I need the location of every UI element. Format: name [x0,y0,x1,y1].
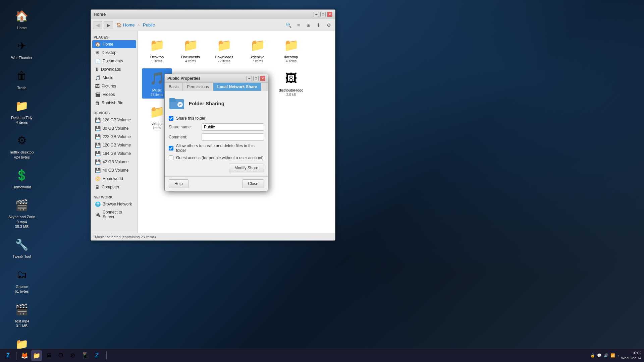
download-button[interactable]: ⬇ [314,21,323,29]
desktop-icon-desktop-tidy[interactable]: 📁 Desktop Tidy4 items [7,97,37,126]
svg-text:⇌: ⇌ [179,103,181,107]
file-item-downloads[interactable]: 📁 Downloads 22 items [209,35,239,65]
dialog-maximize-button[interactable]: □ [253,76,259,81]
tab-basic[interactable]: Basic [165,83,183,91]
tray-icon-1[interactable]: 🔒 [590,353,595,358]
share-name-input[interactable] [202,123,264,131]
tray-icon-update[interactable]: ↑ [617,354,619,358]
files-taskbar-btn[interactable]: 📁 [31,350,42,361]
forward-button[interactable]: ▶ [104,21,113,29]
terminal-taskbar-btn[interactable]: 🖥 [43,350,54,361]
maximize-button[interactable]: □ [320,12,326,17]
settings-taskbar-btn[interactable]: ⚙ [67,350,78,361]
tab-permissions[interactable]: Permissions [183,83,213,91]
firefox-taskbar-btn[interactable]: 🦊 [19,350,30,361]
gnome-label: Gnome61 bytes [15,284,29,294]
videos-file-icon: 📁 [149,104,165,120]
sidebar-item-rubbish[interactable]: 🗑 Rubbish Bin [92,99,136,107]
desktop-icon-war-thunder[interactable]: ✈ War Thunder [7,37,37,61]
desktop-icon-tweak[interactable]: 🔧 Tweak Tool [7,235,37,260]
breadcrumb-home[interactable]: 🏠 Home [114,22,137,28]
trash-label: Trash [17,85,26,90]
list-view-button[interactable]: ≡ [294,21,303,29]
test-mp4-label: Test.mp43.1 MB [14,319,30,328]
sidebar-documents-label: Documents [103,59,123,63]
sidebar-item-connect-server[interactable]: 🔌 Connect to Server [92,208,136,221]
opera-taskbar-btn[interactable]: O [55,350,66,361]
homeworld-device-icon: 📀 [95,176,101,181]
sidebar-item-browse-network[interactable]: 🌐 Browse Network [92,200,136,208]
desktop-tidy-icon: 📁 [14,98,30,114]
guest-access-label[interactable]: Guest access (for people without a user … [176,156,264,160]
search-button[interactable]: 🔍 [284,21,293,29]
back-button[interactable]: ◀ [93,21,102,29]
sidebar-item-desktop[interactable]: 🖥 Desktop [92,49,136,57]
connect-server-label: Connect to Server [103,210,133,219]
help-button[interactable]: Help [169,179,189,188]
desktop-icon-home[interactable]: 🏠 Home [7,7,37,32]
sidebar-item-pictures[interactable]: 🖼 Pictures [92,82,136,90]
tray-icon-network[interactable]: 📶 [610,353,615,358]
sidebar-item-downloads[interactable]: ⬇ Downloads [92,65,136,73]
file-item-livestmp[interactable]: 📁 livestmp 4 items [276,35,306,65]
sidebar-item-documents[interactable]: 📄 Documents [92,57,136,65]
tweak-icon: 🔧 [14,237,30,253]
allow-create-delete-checkbox[interactable] [169,146,173,150]
share-folder-checkbox[interactable] [169,116,173,121]
taskbar-left: Z 🦊 📁 🖥 O ⚙ 📱 Z [0,350,105,361]
sidebar-item-vol40[interactable]: 💾 40 GB Volume [92,166,136,174]
dialog-minimize-button[interactable]: – [247,76,252,81]
desktop-file-icon: 📁 [149,37,165,53]
sidebar-pictures-label: Pictures [102,84,116,88]
places-section-title: Places [91,34,138,40]
tray-icon-3[interactable]: 🔊 [604,353,608,358]
desktop-icon-trash[interactable]: 🗑 Trash [7,67,37,92]
dialog-close-action-button[interactable]: Close [242,179,264,188]
app-menu-button[interactable]: Z [3,350,13,361]
sidebar-item-homeworld[interactable]: 📀 Homeworld [92,175,136,183]
close-window-button[interactable]: ✕ [327,12,332,17]
sidebar-item-vol194[interactable]: 💾 194 GB Volume [92,149,136,158]
network-section-title: Network [91,194,138,200]
svg-rect-2 [169,98,175,101]
zorin-connect-taskbar-btn[interactable]: 📱 [79,350,90,361]
share-folder-label[interactable]: Share this folder [176,116,205,121]
desktop-icon-test-mp4[interactable]: 🎬 Test.mp43.1 MB [7,300,37,330]
file-item-distributor-logo[interactable]: 🖼 distributor-logo 2.0 kB [276,68,306,98]
settings-button[interactable]: ⚙ [324,21,333,29]
sidebar-item-vol42[interactable]: 💾 42 GB Volume [92,158,136,166]
desktop-icon-skype[interactable]: 🎬 Skype and Zorin 9.mp435.3 MB [7,196,37,230]
sidebar-item-computer[interactable]: 🖥 Computer [92,183,136,191]
dialog-close-button[interactable]: ✕ [260,76,265,81]
desktop-icon-gnome[interactable]: 🗂 Gnome61 bytes [7,265,37,295]
documents-file-count: 4 items [185,59,196,63]
sidebar-item-videos[interactable]: 🎬 Videos [92,90,136,99]
share-this-folder-row: Share this folder [169,116,264,121]
tray-icon-2[interactable]: 💬 [597,353,602,358]
file-item-kdenlive[interactable]: 📁 kdenlive 7 items [243,35,273,65]
comment-input[interactable] [202,133,264,141]
clock[interactable]: 10:02 Wed Dec 14 [621,351,641,360]
devices-section-title: Devices [91,110,138,116]
sidebar-item-music[interactable]: 🎵 Music [92,74,136,82]
sidebar-item-vol222[interactable]: 💾 222 GB Volume [92,133,136,141]
computer-label: Computer [102,185,119,189]
grid-view-button[interactable]: ⊞ [304,21,313,29]
tab-local-network[interactable]: Local Network Share [213,83,262,91]
breadcrumb-public[interactable]: Public [141,22,157,28]
zorin-menu-taskbar-btn[interactable]: Z [92,350,102,361]
file-item-documents[interactable]: 📁 Documents 4 items [175,35,206,65]
file-item-desktop[interactable]: 📁 Desktop 9 items [142,35,172,65]
netflix-icon: ⚙ [14,132,30,148]
sidebar-item-vol30[interactable]: 💾 30 GB Volume [92,124,136,132]
desktop-icon-homeworld[interactable]: 💲 Homeworld [7,166,37,191]
minimize-button[interactable]: – [314,12,319,17]
sidebar-item-home[interactable]: 🏠 Home [92,40,136,48]
modify-share-button[interactable]: Modify Share [229,164,264,172]
allow-create-delete-label[interactable]: Allow others to create and delete files … [176,143,264,153]
distributor-logo-file-name: distributor-logo [279,88,304,93]
desktop-icon-netflix[interactable]: ⚙ netflix-desktop424 bytes [7,131,37,161]
guest-access-checkbox[interactable] [169,156,173,160]
sidebar-item-vol128[interactable]: 💾 128 GB Volume [92,116,136,124]
sidebar-item-vol120[interactable]: 💾 120 GB Volume [92,141,136,149]
